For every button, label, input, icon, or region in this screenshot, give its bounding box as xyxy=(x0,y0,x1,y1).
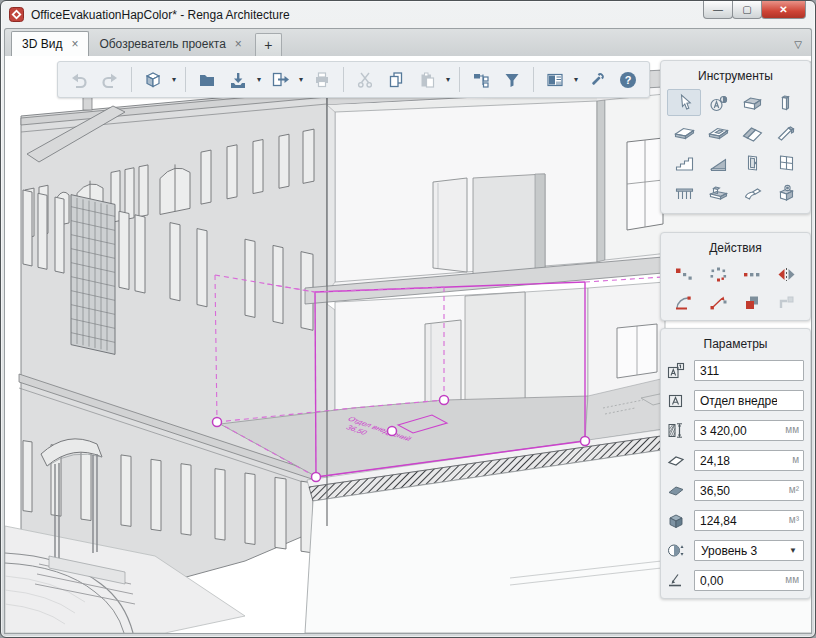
action-align xyxy=(770,291,804,313)
tools-panel: Инструменты xyxy=(660,60,811,214)
tab-overflow-icon[interactable]: ▽ xyxy=(794,39,802,50)
tool-text-style[interactable] xyxy=(701,89,735,116)
new-tab-button[interactable]: + xyxy=(255,33,282,56)
action-rotate[interactable] xyxy=(667,291,701,313)
action-circular-array[interactable] xyxy=(701,263,735,285)
level-value: Уровень 3 xyxy=(701,544,757,558)
tool-roof[interactable] xyxy=(736,119,770,146)
action-move[interactable] xyxy=(667,263,701,285)
3d-viewport[interactable]: Отдел внедрений 36,50 xyxy=(4,56,812,634)
cut-button xyxy=(350,65,380,95)
parameters-panel: Параметры xyxy=(660,328,811,599)
action-copy[interactable] xyxy=(736,291,770,313)
tool-room[interactable] xyxy=(770,179,804,206)
tab-label: 3D Вид xyxy=(22,37,62,51)
close-button[interactable]: ✕ xyxy=(761,1,806,19)
workspace-layout-button[interactable] xyxy=(540,65,570,95)
room-number-icon xyxy=(667,362,689,380)
print-button xyxy=(307,65,337,95)
selection-grip[interactable] xyxy=(440,396,449,405)
tool-window[interactable] xyxy=(770,149,804,176)
toolbar-separator xyxy=(533,67,534,92)
actions-panel: Действия xyxy=(660,232,811,321)
window-title: OfficeEvakuationHapColor* - Renga Archit… xyxy=(31,8,290,22)
copy-button[interactable] xyxy=(381,65,411,95)
redo-button xyxy=(95,65,125,95)
help-button[interactable]: ? xyxy=(613,65,643,95)
parameters-panel-title: Параметры xyxy=(667,333,804,357)
import-button[interactable] xyxy=(223,65,253,95)
maximize-button[interactable]: ▢ xyxy=(732,1,762,19)
height-input[interactable] xyxy=(694,420,804,441)
export-button[interactable] xyxy=(265,65,295,95)
selection-grip[interactable] xyxy=(213,418,222,427)
room-number-input[interactable] xyxy=(694,360,804,381)
room-name-input[interactable] xyxy=(694,390,804,411)
tool-select[interactable] xyxy=(667,89,701,116)
volume-input[interactable] xyxy=(694,510,804,531)
area-input[interactable] xyxy=(694,480,804,501)
view-cube-dropdown[interactable]: ▾ xyxy=(169,65,179,95)
perimeter-icon xyxy=(667,452,689,470)
workspace-layout-dropdown[interactable]: ▾ xyxy=(571,65,581,95)
tool-wall[interactable] xyxy=(736,89,770,116)
tab-label: Обозреватель проекта xyxy=(99,37,225,51)
tool-railing[interactable] xyxy=(667,179,701,206)
tools-panel-title: Инструменты xyxy=(667,65,804,89)
title-bar: OfficeEvakuationHapColor* - Renga Archit… xyxy=(4,1,812,28)
toolbar-separator xyxy=(131,67,132,92)
paste-button xyxy=(412,65,442,95)
undo-button xyxy=(64,65,94,95)
tool-door[interactable] xyxy=(736,149,770,176)
tool-stairs[interactable] xyxy=(667,149,701,176)
tab-3d-view[interactable]: 3D Вид × xyxy=(11,31,89,56)
tool-column[interactable] xyxy=(770,89,804,116)
toolbar-separator xyxy=(185,67,186,92)
selection-grip[interactable] xyxy=(312,473,321,482)
area-icon xyxy=(667,482,689,500)
height-icon xyxy=(667,422,689,440)
volume-icon xyxy=(667,512,689,530)
minimize-button[interactable]: — xyxy=(703,1,733,19)
level-select[interactable]: Уровень 3 ▼ xyxy=(694,540,804,561)
chevron-down-icon: ▼ xyxy=(789,546,797,555)
tool-floor[interactable] xyxy=(667,119,701,146)
view-cube-button[interactable] xyxy=(138,65,168,95)
import-dropdown[interactable]: ▾ xyxy=(254,65,264,95)
selection-grip[interactable] xyxy=(581,437,590,446)
app-window: OfficeEvakuationHapColor* - Renga Archit… xyxy=(0,0,816,638)
action-linear-array[interactable] xyxy=(736,263,770,285)
room-name-icon xyxy=(667,392,689,410)
main-toolbar: ▾ ▾ ▾ ▾ xyxy=(57,61,650,98)
tool-ramp[interactable] xyxy=(701,149,735,176)
selection-grip[interactable] xyxy=(388,427,397,436)
close-tab-icon[interactable]: × xyxy=(235,38,242,50)
close-tab-icon[interactable]: × xyxy=(71,38,78,50)
settings-wrench-button[interactable] xyxy=(582,65,612,95)
level-icon xyxy=(667,542,689,560)
svg-text:?: ? xyxy=(625,74,632,86)
action-move-point[interactable] xyxy=(701,291,735,313)
paste-dropdown[interactable]: ▾ xyxy=(443,65,453,95)
toolbar-separator xyxy=(343,67,344,92)
tool-beam[interactable] xyxy=(770,119,804,146)
actions-panel-title: Действия xyxy=(667,237,804,261)
renga-logo-icon xyxy=(9,7,24,22)
toolbar-separator xyxy=(459,67,460,92)
object-relations-button[interactable] xyxy=(466,65,496,95)
offset-from-level-icon xyxy=(667,572,689,590)
tool-foundation[interactable] xyxy=(701,179,735,206)
tab-project-explorer[interactable]: Обозреватель проекта × xyxy=(89,31,251,56)
perimeter-input[interactable] xyxy=(694,450,804,471)
export-dropdown[interactable]: ▾ xyxy=(296,65,306,95)
tool-opening[interactable] xyxy=(701,119,735,146)
tab-bar: 3D Вид × Обозреватель проекта × + ▽ xyxy=(4,28,812,56)
filter-button[interactable] xyxy=(497,65,527,95)
action-mirror[interactable] xyxy=(770,263,804,285)
tool-strip-foundation[interactable] xyxy=(736,179,770,206)
open-project-button[interactable] xyxy=(192,65,222,95)
offset-from-level-input[interactable] xyxy=(694,570,804,591)
